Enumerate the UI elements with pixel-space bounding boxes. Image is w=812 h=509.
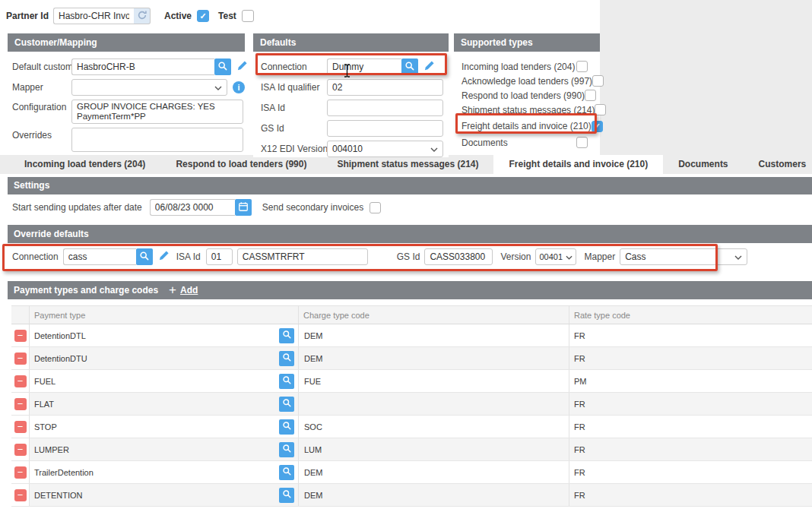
partner-id-input[interactable] (53, 8, 134, 24)
payment-type-value: DetentionDTU (34, 354, 87, 363)
gs-id-input[interactable] (327, 120, 443, 137)
isa-qualifier-input[interactable] (327, 79, 443, 96)
override-connection-input[interactable] (63, 248, 136, 265)
table-row: DetentionDTU DEM FR (11, 347, 812, 370)
payment-type-search-button[interactable] (279, 328, 294, 343)
test-label: Test (218, 11, 236, 21)
override-connection-group (63, 248, 153, 265)
configuration-label: Configuration (12, 100, 71, 112)
active-checkbox[interactable] (197, 10, 209, 22)
isa-id-input[interactable] (327, 100, 443, 116)
delete-row-button[interactable] (14, 421, 27, 433)
override-connection-search-button[interactable] (136, 248, 153, 265)
overrides-textarea[interactable] (71, 128, 243, 152)
table-row: FLAT FR (11, 393, 812, 416)
payment-type-search-button[interactable] (279, 351, 294, 366)
defaults-body: Connection ISA Id qualifier (253, 52, 449, 157)
override-mapper-value: Cass (625, 251, 645, 262)
tab-respond-to-load-tenders[interactable]: Respond to load tenders (990) (160, 155, 322, 174)
delete-row-button[interactable] (14, 398, 27, 410)
connection-search-button[interactable] (401, 58, 418, 75)
payment-table-header-row: Payment type Charge type code Rate type … (11, 305, 812, 324)
document-type-tabs: Incoming load tenders (204) Respond to l… (9, 155, 812, 174)
payment-types-title: Payment types and charge codes (14, 282, 158, 299)
search-icon (282, 375, 292, 387)
partner-id-input-group (53, 8, 151, 24)
mapper-select[interactable] (71, 79, 227, 96)
payment-type-search-button[interactable] (279, 419, 294, 435)
tab-documents[interactable]: Documents (663, 155, 743, 174)
override-mapper-label: Mapper (584, 251, 615, 262)
supported-type-214-checkbox[interactable] (595, 104, 606, 115)
delete-row-button[interactable] (14, 353, 27, 365)
supported-type-997-checkbox[interactable] (592, 75, 604, 87)
search-icon (282, 330, 292, 342)
payment-type-search-button[interactable] (279, 397, 294, 412)
pencil-icon (236, 60, 248, 74)
gs-id-label: GS Id (261, 123, 327, 134)
payment-type-search-button[interactable] (279, 374, 294, 389)
supported-type-204-checkbox[interactable] (576, 61, 588, 72)
supported-type-documents-checkbox[interactable] (576, 137, 588, 148)
connection-input[interactable] (327, 58, 401, 75)
charge-type-code-value: SOC (304, 422, 322, 432)
override-mapper-select[interactable]: Cass (620, 248, 747, 265)
payment-type-search-button[interactable] (279, 488, 294, 503)
test-checkbox[interactable] (242, 10, 254, 22)
search-icon (282, 489, 292, 501)
override-isa-qualifier-input[interactable] (206, 248, 233, 265)
override-connection-edit-button[interactable] (158, 250, 170, 264)
search-icon (217, 61, 228, 74)
send-secondary-invoices-checkbox[interactable] (370, 202, 381, 213)
partner-refresh-button[interactable] (134, 8, 151, 24)
connection-edit-button[interactable] (423, 60, 435, 74)
supported-type-990-checkbox[interactable] (585, 90, 596, 101)
connection-input-group (327, 58, 418, 75)
chevron-down-icon (430, 144, 438, 154)
payment-type-value: FUEL (34, 377, 56, 386)
x12-version-label: X12 EDI Version (261, 144, 327, 154)
tab-shipment-status-messages[interactable]: Shipment status messages (214) (322, 155, 493, 174)
connection-row: Connection (261, 58, 449, 75)
supported-type-label: Shipment status messages (214) (462, 105, 595, 115)
delete-row-button[interactable] (14, 444, 27, 456)
default-customer-row: Default customer (12, 58, 245, 75)
isa-qualifier-row: ISA Id qualifier (261, 79, 449, 96)
supported-type-row-documents: Documents (462, 135, 588, 150)
default-customer-edit-button[interactable] (236, 60, 248, 74)
customer-mapping-panel: Customer/Mapping Default customer (8, 33, 245, 152)
configuration-row: Configuration GROUP INVOICE CHARGES: YES… (12, 100, 245, 124)
delete-row-button[interactable] (14, 489, 27, 501)
customer-mapping-header: Customer/Mapping (8, 33, 245, 52)
charge-type-code-value: DEM (304, 491, 322, 500)
rate-type-code-value: FR (574, 491, 585, 500)
isa-id-row: ISA Id (261, 100, 449, 116)
supported-type-row-997: Acknowledge load tenders (997) (462, 74, 588, 88)
tab-customers[interactable]: Customers (744, 155, 812, 174)
chevron-down-icon (214, 82, 222, 93)
supported-type-210-checkbox[interactable] (592, 121, 603, 132)
payment-type-search-button[interactable] (279, 465, 294, 480)
add-payment-type-link[interactable]: Add (180, 282, 198, 299)
calendar-icon (238, 201, 249, 214)
configuration-textarea[interactable]: GROUP INVOICE CHARGES: YES PaymentTerm*P… (71, 100, 243, 124)
delete-row-button[interactable] (14, 466, 27, 479)
payment-type-search-button[interactable] (279, 442, 294, 457)
default-customer-input[interactable] (71, 58, 214, 75)
default-customer-search-button[interactable] (214, 58, 231, 75)
override-version-value: 004010 (539, 252, 563, 261)
delete-row-button[interactable] (14, 375, 27, 387)
customer-mapping-body: Default customer Mapper (8, 52, 245, 152)
override-version-select[interactable]: 004010 (535, 248, 576, 265)
table-row: TrailerDetention DEM FR (11, 461, 812, 484)
charge-type-code-value: DEM (304, 331, 322, 340)
tab-freight-details-and-invoice[interactable]: Freight details and invoice (210) (493, 155, 663, 174)
background-right-panel-gap (600, 0, 812, 155)
default-customer-input-group (71, 58, 231, 75)
override-gs-id-input[interactable] (424, 248, 493, 265)
delete-row-button[interactable] (14, 330, 27, 342)
calendar-button[interactable] (235, 199, 252, 216)
tab-incoming-load-tenders[interactable]: Incoming load tenders (204) (9, 155, 160, 174)
override-isa-id-input[interactable] (237, 248, 368, 265)
start-sending-date-input[interactable] (150, 199, 235, 216)
